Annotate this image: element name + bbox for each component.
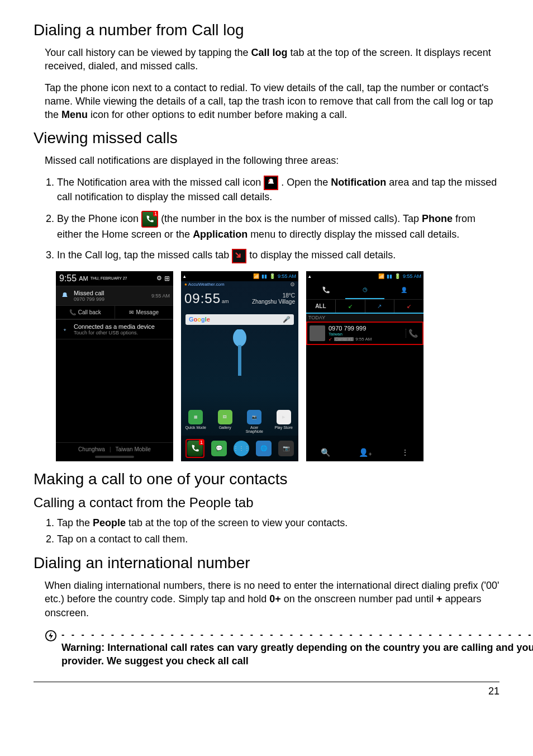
list-item: Tap the People tab at the top of the scr… [57,516,499,530]
tab-recents[interactable]: ◷ [345,281,384,299]
dock-camera[interactable]: 📷 [278,441,294,456]
text: (the number in the box is the number of … [161,213,422,224]
badge-count: 1 [199,440,204,445]
text: The Notification area with the missed ca… [57,177,264,188]
status-bar: ▴ 📶 ▮▮ 🔋 9:55 AM [306,271,423,281]
search-icon[interactable]: 🔍 [321,448,330,457]
missed-call-notif-row[interactable]: Missed call 0970 799 999 9:55 AM [56,286,173,306]
text: on the onscreen number pad until [281,593,436,604]
heading-making-call: Making a call to one of your contacts [34,470,499,488]
dock-messages[interactable]: 💬 [211,441,227,456]
bold-text: Phone [422,213,453,224]
dock-apps[interactable]: ⋮⋮⋮ [234,441,249,456]
entry-number: 0970 799 999 [329,325,406,332]
bold-text: Application [193,229,248,240]
ampm-text: AM [79,275,88,282]
screenshot-notification-shade: 9:55 AM THU, FEBRUARY 27 ⚙ ⊞ Missed call… [56,271,173,461]
paragraph: Tap the phone icon next to a contact to … [45,81,499,122]
missed-icon: ↙ [407,303,411,309]
gear-icon[interactable]: ⚙ [290,281,295,287]
filter-missed[interactable]: ↙ [394,300,423,313]
filter-outgoing[interactable]: ↗ [365,300,394,313]
clock-weather-widget[interactable]: 09:55 am 18°C Zhangshu Village [181,287,298,310]
message-icon: ✉ [129,309,134,315]
list-item: In the Call log, tap the missed calls ta… [57,248,499,263]
text: . Open the [281,177,331,188]
settings-toggle-icon[interactable]: ⚙ [156,275,162,282]
text: Your call history can be viewed by tappi… [45,47,251,58]
app-gallery[interactable]: 🖼Gallery [212,410,238,433]
bold-text: 0+ [269,593,281,604]
incoming-icon: ↙ [348,303,353,309]
dock-browser[interactable]: 🌐 [256,441,272,456]
warning-block: - - - - - - - - - - - - - - - - - - - - … [45,630,499,668]
label: AccuWeather.com [188,282,225,287]
missed-call-icon [59,291,70,300]
ordered-list: The Notification area with the missed ca… [45,176,499,263]
temp-text: 18°C [229,292,295,299]
callback-button[interactable]: 📞Call back [56,306,115,319]
usb-icon: ⍖ [59,326,70,332]
text: tab at the top of the screen to view you… [126,517,348,528]
message-button[interactable]: ✉Message [115,306,174,319]
label: Play Store [275,426,293,429]
clock-text: 9:55 [59,273,77,284]
label: Gallery [219,426,231,429]
drag-handle[interactable] [95,456,134,458]
filter-incoming[interactable]: ↙ [335,300,365,313]
text: Tap the [57,517,93,528]
app-snapnote[interactable]: 📷Acer SnapNote [241,410,267,433]
date-text: THU, FEBRUARY 27 [91,276,127,280]
google-search-bar[interactable]: Google 🎤 [185,314,294,325]
paragraph: Missed call notifications are displayed … [45,154,499,167]
mic-icon[interactable]: 🎤 [283,316,291,323]
overflow-icon[interactable]: ⋮ [401,448,409,457]
carrier-name: Taiwan Mobile [110,446,151,452]
quicksettings-icon[interactable]: ⊞ [164,275,170,282]
date-header: TODAY [306,314,423,322]
label: Message [136,309,159,315]
battery-icon: 🔋 [269,273,275,279]
wallpaper-drop [181,329,298,408]
bottom-bar: 🔍 👤₊ ⋮ [306,443,423,461]
accuweather-label[interactable]: AccuWeather.com ⚙ [181,281,298,287]
label: Quick Mode [185,426,206,429]
dock-phone[interactable]: 1 [185,439,204,458]
warning-bolt-icon [45,630,57,642]
filter-all[interactable]: ALL [306,300,335,313]
text: to display the missed call details. [249,249,396,261]
call-log-entry[interactable]: 0970 799 999 Taiwan ↙ Carrier #1 9:55 AM… [306,322,423,345]
list-item: By the Phone icon 1 (the number in the b… [57,211,499,242]
entry-location: Taiwan [329,332,406,337]
tab-contacts[interactable]: 👤 [384,281,423,299]
carrier-row: Chunghwa Taiwan Mobile [56,442,173,456]
notif-actions: 📞Call back ✉Message [56,306,173,319]
notif-subtitle: Touch for other USB options. [74,330,170,336]
phone-icon: 📞 [69,309,76,315]
notif-indicator-icon: ▴ [183,273,186,279]
add-contact-icon[interactable]: 👤₊ [359,448,372,457]
text: menu to directly display the missed call… [248,229,459,240]
entry-meta: ↙ Carrier #1 9:55 AM [329,337,406,342]
tab-dialer[interactable] [306,281,345,299]
svg-point-0 [233,329,246,347]
notif-time: 9:55 AM [151,293,170,299]
carrier-name: Chunghwa [78,446,105,452]
status-bar: ▴ 📶 ▮▮ 🔋 9:55 AM [181,271,298,281]
usb-notif-row[interactable]: ⍖ Connected as a media device Touch for … [56,319,173,339]
app-quickmode[interactable]: ▦Quick Mode [183,410,208,433]
top-tabs: ◷ 👤 [306,281,423,300]
shade-header: 9:55 AM THU, FEBRUARY 27 ⚙ ⊞ [56,271,173,286]
app-playstore[interactable]: ▶Play Store [271,410,297,433]
svg-rect-1 [238,345,241,376]
notif-indicator-icon: ▴ [308,273,311,279]
bold-text: + [436,593,442,604]
dial-button[interactable]: 📞 [406,329,420,338]
wifi-icon: 📶 [378,273,384,279]
missed-icon: ↙ [329,337,332,342]
missed-call-notif-icon [264,176,278,190]
label: Acer SnapNote [241,426,267,433]
bold-text: Notification [331,177,386,188]
paragraph: When dialing international numbers, ther… [45,579,499,620]
list-item: The Notification area with the missed ca… [57,176,499,204]
